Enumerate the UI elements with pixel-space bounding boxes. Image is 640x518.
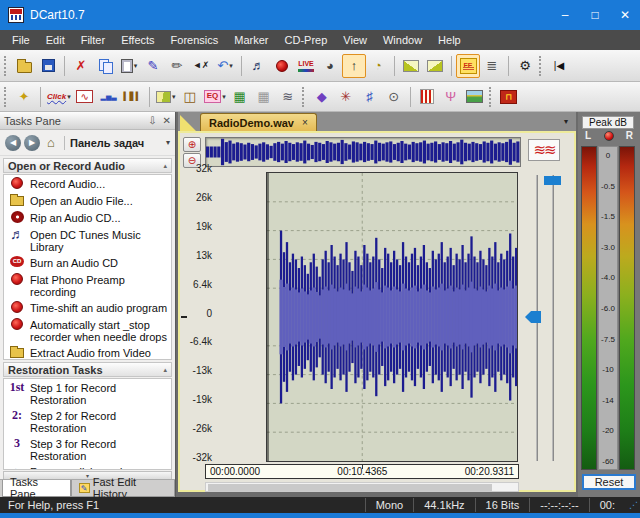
fast-edit-button[interactable]: FE	[456, 54, 480, 78]
task-record-audio[interactable]: Record Audio...	[4, 175, 171, 192]
record-button[interactable]	[270, 54, 294, 78]
marker-pen-button[interactable]: ✎	[141, 54, 165, 78]
power-meter-button[interactable]: ◕	[318, 54, 342, 78]
task-step-2-for-record-restoration[interactable]: 2:Step 2 for Record Restoration	[4, 407, 171, 435]
skip-to-start-button[interactable]: |◀	[547, 54, 571, 78]
task-automatically-start-stop-recorder-when-n[interactable]: Automatically start _stop recorder when …	[4, 316, 171, 344]
dropdown-icon[interactable]: ▾	[172, 93, 176, 101]
noise-filter-button[interactable]: ✳	[334, 85, 358, 109]
minimize-button[interactable]: –	[550, 0, 580, 30]
zoom-slider-thumb[interactable]	[544, 176, 561, 185]
image-disabled-button[interactable]: ▦	[252, 85, 276, 109]
settings-gear-button[interactable]: ⚙	[513, 54, 537, 78]
zoom-in-button[interactable]: ⊕	[183, 137, 201, 152]
task-extract-audio-from-video[interactable]: Extract Audio from Video	[4, 344, 171, 360]
fade-out-button[interactable]	[423, 54, 447, 78]
toolbar-grip[interactable]	[539, 56, 543, 76]
menu-window[interactable]: Window	[375, 30, 430, 50]
overview-waveform[interactable]	[205, 137, 521, 167]
task-remove-clicks-and-pops[interactable]: ∿Remove clicks and pops	[4, 463, 171, 470]
task-flat-phono-preamp-recording[interactable]: Flat Phono Preamp recording	[4, 271, 171, 299]
node-editor-button[interactable]: ♯	[358, 85, 382, 109]
task-step-3-for-record-restoration[interactable]: 3Step 3 for Record Restoration	[4, 435, 171, 463]
chevron-down-icon[interactable]: ▾	[166, 138, 170, 147]
red-squiggle-button[interactable]: ≋≋	[528, 139, 560, 161]
collapse-icon[interactable]: ▴	[163, 162, 167, 170]
menu-filter[interactable]: Filter	[73, 30, 113, 50]
close-pane-icon[interactable]: ✕	[163, 115, 171, 126]
copy-button[interactable]	[93, 54, 117, 78]
close-button[interactable]: ✕	[610, 0, 640, 30]
save-button[interactable]	[36, 54, 60, 78]
menu-cd-prep[interactable]: CD-Prep	[277, 30, 336, 50]
tab-close-icon[interactable]: ×	[302, 117, 308, 128]
scrollbar-thumb[interactable]	[208, 484, 492, 491]
undo-button[interactable]: ↶▾	[213, 54, 237, 78]
dropdown-icon[interactable]: ▾	[222, 93, 226, 101]
marker-arrows-button[interactable]: ↑	[342, 54, 366, 78]
impulse-filter-button[interactable]	[415, 85, 439, 109]
toolbar-grip[interactable]	[4, 56, 8, 76]
signal-generator-button[interactable]: ⊓	[497, 85, 521, 109]
mute-speaker-button[interactable]: ◄✗	[189, 54, 213, 78]
speaker-grid-button[interactable]: ▦	[228, 85, 252, 109]
menu-help[interactable]: Help	[430, 30, 469, 50]
toolbar-grip[interactable]	[489, 87, 493, 107]
menu-file[interactable]: File	[4, 30, 38, 50]
dynamics-diamond-button[interactable]: ◆	[310, 85, 334, 109]
toolbar-grip[interactable]	[302, 87, 306, 107]
task-step-1-for-record-restoration[interactable]: 1stStep 1 for Record Restoration	[4, 379, 171, 407]
paste-button[interactable]: ▾	[117, 54, 141, 78]
delete-button[interactable]: ✗	[69, 54, 93, 78]
center-channel-button[interactable]: ≣	[480, 54, 504, 78]
nav-forward-button[interactable]: ▶	[24, 135, 40, 151]
horizontal-scrollbar[interactable]	[205, 482, 519, 492]
menu-view[interactable]: View	[335, 30, 375, 50]
dc-tunes-button[interactable]: ♬	[246, 54, 270, 78]
maximize-button[interactable]: □	[580, 0, 610, 30]
tab-overflow-icon[interactable]: ▾	[564, 117, 568, 126]
reset-button[interactable]: Reset	[582, 474, 636, 490]
section-restoration-tasks[interactable]: Restoration Tasks ▴	[3, 362, 172, 377]
main-waveform[interactable]	[266, 172, 518, 462]
pin-icon[interactable]: ⇩	[148, 115, 156, 126]
fade-tool-button[interactable]: ▾	[154, 85, 178, 109]
menu-effects[interactable]: Effects	[113, 30, 162, 50]
tab-radiodemo[interactable]: RadioDemo.wav ×	[200, 113, 317, 131]
level-bars-button[interactable]: ▍▋▍	[121, 85, 145, 109]
toolbar-grip[interactable]	[4, 87, 8, 107]
task-rip-an-audio-cd[interactable]: Rip an Audio CD...	[4, 209, 171, 226]
dropdown-icon[interactable]: ▾	[134, 62, 138, 70]
task-open-an-audio-file[interactable]: Open an Audio File...	[4, 192, 171, 209]
nav-back-button[interactable]: ◀	[5, 135, 21, 151]
dropdown-icon[interactable]: ▾	[229, 62, 233, 70]
zoom-slider-track[interactable]	[552, 175, 554, 461]
menu-marker[interactable]: Marker	[226, 30, 276, 50]
spectrum-analyzer-button[interactable]: ∿	[73, 85, 97, 109]
open-file-button[interactable]	[12, 54, 36, 78]
tab-fast-edit-history[interactable]: ✎ Fast Edit History	[71, 480, 175, 497]
fade-in-button[interactable]	[399, 54, 423, 78]
collapse-icon[interactable]: ▴	[163, 366, 167, 374]
timer-gauge-button[interactable]: ◔	[366, 54, 390, 78]
home-icon[interactable]: ⌂	[43, 135, 59, 151]
position-marker-thumb[interactable]	[525, 311, 541, 323]
tab-tasks-pane[interactable]: Tasks Pane	[2, 480, 71, 497]
click-filter-button[interactable]: Click▾	[45, 85, 73, 109]
wind-noise-button[interactable]: ≋	[276, 85, 300, 109]
media-blender-button[interactable]: Ψ	[439, 85, 463, 109]
pencil-edit-button[interactable]: ✏	[165, 54, 189, 78]
resize-grip[interactable]: ⋰	[625, 500, 640, 510]
presets-book-button[interactable]: ◫	[178, 85, 202, 109]
picture-view-button[interactable]	[463, 85, 487, 109]
menu-edit[interactable]: Edit	[38, 30, 73, 50]
section-open-or-record[interactable]: Open or Record Audio ▴	[3, 158, 172, 173]
task-time-shift-an-audio-program[interactable]: Time-shift an audio program	[4, 299, 171, 316]
sparkle-tool-button[interactable]: ✦	[12, 85, 36, 109]
task-burn-an-audio-cd[interactable]: CDBurn an Audio CD	[4, 254, 171, 271]
task-open-dc-tunes-music-library[interactable]: ♬Open DC Tunes Music Library	[4, 226, 171, 254]
histogram-button[interactable]: ▂▅▃	[97, 85, 121, 109]
live-mode-button[interactable]: LIVE	[294, 54, 318, 78]
tasks-pane-dropdown[interactable]: Панель задач	[70, 137, 144, 149]
menu-forensics[interactable]: Forensics	[163, 30, 227, 50]
